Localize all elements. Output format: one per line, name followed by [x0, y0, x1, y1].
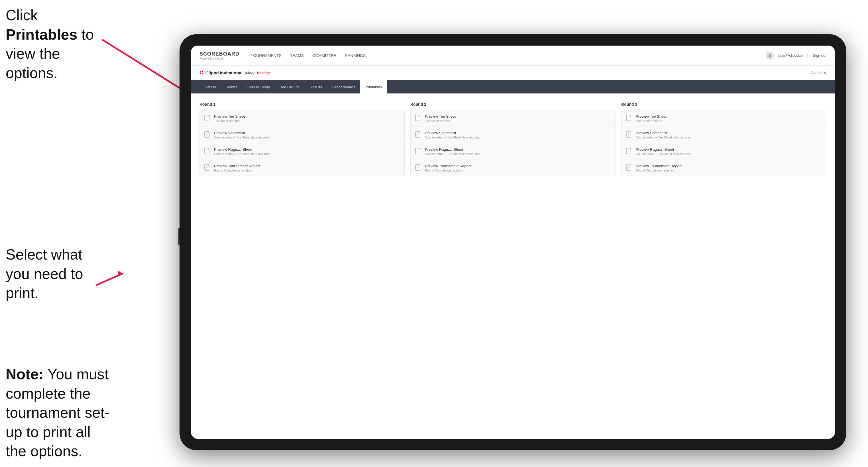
round-3-item-3-text: Preview Raguzzi SheetCourse setup + Tee …	[636, 147, 822, 156]
round-1-item-2-text: Preview ScorecardCourse setup + Tee Shee…	[214, 131, 400, 139]
round-3-section: Round 3 Preview Tee SheetTee Sheet requi…	[621, 102, 827, 176]
round-1-item-4-text: Preview Tournament ReportRound Completio…	[214, 164, 400, 172]
round-2-item-1-text: Preview Tee SheetTee Sheet required	[425, 114, 611, 123]
round-3-item-2-sub: Course setup + Tee Sheet data required	[636, 136, 822, 139]
round-3-item-2-title: Preview Scorecard	[636, 131, 822, 135]
round-1-item-2-title: Preview Scorecard	[214, 131, 400, 135]
tab-leaderboards[interactable]: Leaderboards	[327, 80, 360, 93]
top-nav: SCOREBOARD Powered by clippd TOURNAMENTS…	[191, 45, 835, 65]
cancel-button[interactable]: Cancel ✕	[811, 71, 827, 75]
document-icon	[415, 115, 422, 122]
nav-teams[interactable]: TEAMS	[290, 52, 304, 59]
annotation-note-bold: Note:	[6, 366, 43, 382]
round-2-item-2-title: Preview Scorecard	[425, 131, 611, 135]
round-2-item-4-sub: Round Completion required	[425, 169, 611, 172]
tab-details[interactable]: Details	[199, 80, 221, 93]
brand-sub: Powered by clippd	[199, 57, 239, 60]
round-1-item-1-title: Preview Tee Sheet	[214, 114, 400, 119]
round-2-item-1[interactable]: Preview Tee SheetTee Sheet required	[411, 110, 615, 127]
round-1-item-4-title: Preview Tournament Report	[214, 164, 400, 168]
document-icon	[626, 115, 632, 122]
round-1-item-1-sub: Tee Sheet required	[214, 119, 400, 123]
annotation-printables-bold: Printables	[6, 26, 77, 43]
tournament-status: Hosting	[257, 71, 270, 75]
round-3-item-2-text: Preview ScorecardCourse setup + Tee Shee…	[636, 131, 822, 139]
tab-results[interactable]: Results	[305, 80, 327, 93]
round-3-item-4-sub: Round Completion required	[636, 169, 822, 172]
document-icon	[415, 148, 422, 155]
avatar: B	[766, 52, 774, 60]
round-3-item-2[interactable]: Preview ScorecardCourse setup + Tee Shee…	[621, 127, 826, 143]
nav-committee[interactable]: COMMITTEE	[312, 52, 336, 59]
tab-teams[interactable]: Teams	[221, 80, 242, 93]
round-1-item-3-title: Preview Raguzzi Sheet	[214, 147, 400, 152]
tablet-frame: SCOREBOARD Powered by clippd TOURNAMENTS…	[180, 34, 846, 450]
round-1-section: Round 1 Preview Tee SheetTee Sheet requi…	[199, 102, 405, 176]
document-icon	[204, 148, 211, 155]
round-2-item-2-text: Preview ScorecardCourse setup + Tee Shee…	[425, 131, 611, 139]
tab-bar: Details Teams Course Setup Tee Groups Re…	[191, 80, 835, 93]
round-3-item-1[interactable]: Preview Tee SheetTee Sheet required	[621, 110, 826, 127]
arrow-middle-icon	[94, 262, 125, 288]
round-1-item-1-text: Preview Tee SheetTee Sheet required	[214, 114, 400, 123]
c-logo: C	[199, 70, 203, 76]
sign-out-link[interactable]: Sign out	[813, 53, 827, 58]
round-2-item-1-sub: Tee Sheet required	[425, 119, 611, 123]
round-1-item-2-sub: Course setup + Tee Sheet data required	[214, 136, 400, 139]
round-2-item-2-sub: Course setup + Tee Sheet data required	[425, 136, 611, 139]
round-2-item-4[interactable]: Preview Tournament ReportRound Completio…	[411, 160, 615, 176]
document-icon	[204, 131, 211, 139]
round-2-title: Round 2	[410, 102, 616, 106]
annotation-top: Click Printables to view the options.	[6, 6, 97, 83]
annotation-middle: Select what you need to print.	[6, 245, 97, 303]
nav-links: TOURNAMENTS TEAMS COMMITTEE RANKINGS	[251, 52, 766, 59]
tab-tee-groups[interactable]: Tee Groups	[275, 80, 305, 93]
rounds-grid: Round 1 Preview Tee SheetTee Sheet requi…	[199, 102, 827, 176]
round-1-item-2[interactable]: Preview ScorecardCourse setup + Tee Shee…	[200, 127, 404, 143]
round-2-item-4-text: Preview Tournament ReportRound Completio…	[425, 164, 611, 172]
document-icon	[626, 164, 632, 172]
content-area: Round 1 Preview Tee SheetTee Sheet requi…	[191, 93, 835, 439]
round-3-item-1-text: Preview Tee SheetTee Sheet required	[636, 114, 822, 123]
round-3-item-1-sub: Tee Sheet required	[636, 119, 822, 123]
document-icon	[204, 115, 211, 122]
tournament-title: Clippd Invitational	[206, 70, 243, 75]
tab-course-setup[interactable]: Course Setup	[242, 80, 275, 93]
nav-rankings[interactable]: RANKINGS	[345, 52, 366, 59]
round-2-item-3[interactable]: Preview Raguzzi SheetCourse setup + Tee …	[411, 143, 615, 160]
round-1-item-4-sub: Round Completion required	[214, 169, 400, 172]
round-3-item-4-text: Preview Tournament ReportRound Completio…	[636, 164, 822, 172]
brand: SCOREBOARD Powered by clippd	[199, 51, 239, 60]
nav-right: B blair@clippd.io | Sign out	[766, 52, 827, 60]
round-2-section: Round 2 Preview Tee SheetTee Sheet requi…	[410, 102, 616, 176]
round-3-item-3-title: Preview Raguzzi Sheet	[636, 147, 822, 152]
tab-printables[interactable]: Printables	[360, 80, 387, 93]
round-3-item-3[interactable]: Preview Raguzzi SheetCourse setup + Tee …	[621, 143, 826, 160]
round-1-item-3-sub: Course setup + Tee Sheet data required	[214, 152, 400, 156]
tournament-badge: (Men)	[245, 71, 255, 75]
round-1-item-3-text: Preview Raguzzi SheetCourse setup + Tee …	[214, 147, 400, 156]
round-1-item-3[interactable]: Preview Raguzzi SheetCourse setup + Tee …	[200, 143, 404, 160]
round-2-item-1-title: Preview Tee Sheet	[425, 114, 611, 119]
annotation-bottom: Note: You must complete the tournament s…	[6, 365, 111, 461]
round-1-item-1[interactable]: Preview Tee SheetTee Sheet required	[200, 110, 404, 127]
round-2-items: Preview Tee SheetTee Sheet required Prev…	[410, 110, 616, 176]
user-email: blair@clippd.io	[778, 53, 802, 58]
round-3-item-4[interactable]: Preview Tournament ReportRound Completio…	[621, 160, 826, 176]
round-3-item-4-title: Preview Tournament Report	[636, 164, 822, 168]
round-3-item-3-sub: Course setup + Tee Sheet data required	[636, 152, 822, 156]
nav-separator: |	[807, 53, 808, 58]
round-2-item-2[interactable]: Preview ScorecardCourse setup + Tee Shee…	[411, 127, 615, 143]
tournament-name: C Clippd Invitational (Men) Hosting	[199, 70, 270, 76]
round-2-item-3-sub: Course setup + Tee Sheet data required	[425, 152, 611, 156]
document-icon	[415, 164, 422, 172]
tablet-screen: SCOREBOARD Powered by clippd TOURNAMENTS…	[191, 45, 835, 439]
round-1-title: Round 1	[199, 102, 405, 106]
sub-nav: C Clippd Invitational (Men) Hosting Canc…	[191, 65, 835, 80]
nav-tournaments[interactable]: TOURNAMENTS	[251, 52, 282, 59]
round-3-items: Preview Tee SheetTee Sheet required Prev…	[621, 110, 827, 176]
round-1-item-4[interactable]: Preview Tournament ReportRound Completio…	[200, 160, 404, 176]
round-1-items: Preview Tee SheetTee Sheet required Prev…	[199, 110, 405, 176]
round-2-item-3-title: Preview Raguzzi Sheet	[425, 147, 611, 152]
document-icon	[626, 131, 632, 139]
